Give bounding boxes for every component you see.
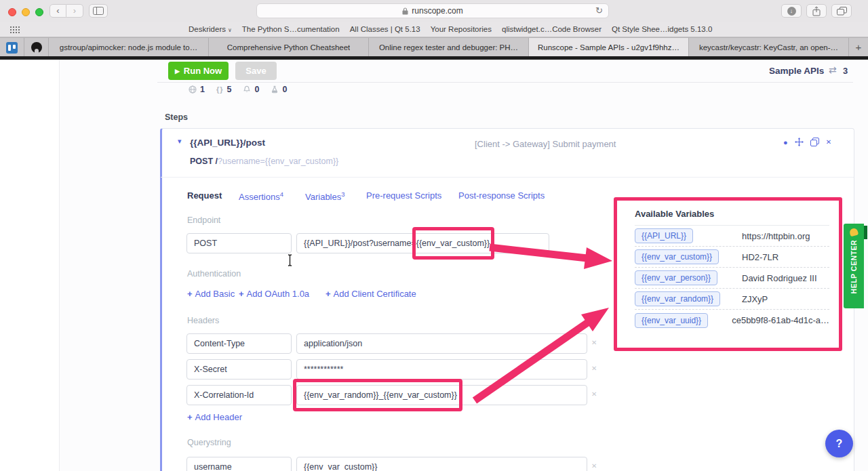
variable-row: {{env_var_custom}} HD2-7LR xyxy=(635,247,829,268)
plus-icon: + xyxy=(187,289,193,299)
header-key-input[interactable]: X-Secret xyxy=(186,359,292,380)
add-header-link[interactable]: +Add Header xyxy=(187,412,242,422)
step-annotation: [Client -> Gateway] Submit payment xyxy=(475,139,616,149)
environment-swap-icon[interactable]: ⇄ xyxy=(829,64,837,75)
header-key-input[interactable]: X-Correlation-Id xyxy=(186,385,292,405)
method-input[interactable]: POST xyxy=(186,233,292,253)
remove-header-icon[interactable]: ✕ xyxy=(591,339,597,346)
move-step-icon[interactable] xyxy=(795,138,804,146)
step-method-line: POST /?username={{env_var_custom}} xyxy=(190,157,338,166)
trello-icon xyxy=(6,42,18,54)
help-fab-button[interactable]: ? xyxy=(825,430,853,457)
available-variables-panel: Available Variables {{API_URL}} https://… xyxy=(614,197,842,351)
tab-assertions[interactable]: Assertions4 xyxy=(239,190,283,202)
globe-icon xyxy=(189,85,197,94)
stat-locations[interactable]: 1 xyxy=(189,85,205,94)
downloads-button[interactable]: ↓ xyxy=(781,4,802,18)
url-variable-text: {{env_var_custom}} xyxy=(416,239,490,248)
step-status-icon[interactable]: ● xyxy=(783,138,788,146)
tab-runscope-active[interactable]: Runscope - Sample APIs - u2gv1f9hhz… xyxy=(529,38,689,57)
remove-querystring-icon[interactable]: ✕ xyxy=(591,462,597,470)
header-value-input[interactable]: application/json xyxy=(296,333,587,354)
url-prefix-text: {{API_URL}}/post?username= xyxy=(304,239,416,248)
tab-apimocker[interactable]: gstroup/apimocker: node.js module to… xyxy=(49,38,209,57)
pinned-tab-github[interactable] xyxy=(24,38,49,57)
url-input[interactable]: {{API_URL}}/post?username={{env_var_cust… xyxy=(296,233,549,253)
tab-post-response-scripts[interactable]: Post-response Scripts xyxy=(458,190,545,201)
correlation-value-text: {{env_var_random}}_{{env_var_custom}} xyxy=(304,390,457,400)
endpoint-section-label: Endpoint xyxy=(187,216,220,225)
back-button[interactable]: ‹ xyxy=(50,4,66,18)
remove-header-icon[interactable]: ✕ xyxy=(591,390,597,398)
new-tab-button[interactable]: + xyxy=(849,38,868,56)
add-oauth-link[interactable]: +Add OAuth 1.0a xyxy=(239,289,309,299)
back-icon: ‹ xyxy=(56,5,59,17)
left-gutter xyxy=(0,60,60,471)
variable-pill-api-url[interactable]: {{API_URL}} xyxy=(635,228,693,243)
tab-pre-request-scripts[interactable]: Pre-request Scripts xyxy=(366,190,441,201)
delete-step-icon[interactable]: ✕ xyxy=(826,138,831,146)
nav-buttons: ‹ › xyxy=(50,4,83,18)
run-now-button[interactable]: ▶ Run Now xyxy=(168,62,229,80)
tab-overview-button[interactable] xyxy=(831,4,852,18)
bucket-name: Sample APIs xyxy=(769,66,824,76)
querystring-value-input[interactable]: {{env_var_custom}} xyxy=(296,457,587,471)
address-bar[interactable]: runscope.com ↻ xyxy=(256,3,609,18)
pinned-tab-trello[interactable] xyxy=(0,38,24,57)
sidebar-button[interactable] xyxy=(89,4,108,18)
window-close-button[interactable] xyxy=(8,8,16,16)
variable-row: {{env_var_person}} David Rodriguez III xyxy=(635,268,829,289)
remove-header-icon[interactable]: ✕ xyxy=(591,365,597,372)
variable-pill-env-var-custom[interactable]: {{env_var_custom}} xyxy=(635,249,719,264)
save-button[interactable]: Save xyxy=(235,62,277,80)
step-header-divider xyxy=(161,177,854,178)
browser-titlebar: ‹ › runscope.com ↻ ↓ xyxy=(0,0,868,22)
tab-label: Comprehensive Python Cheatsheet xyxy=(227,43,351,52)
tab-label: Runscope - Sample APIs - u2gv1f9hhz… xyxy=(538,43,679,52)
window-zoom-button[interactable] xyxy=(35,8,43,16)
help-center-tab[interactable]: HELP CENTER xyxy=(844,224,864,308)
bookmark-items: Deskriders∨ The Python S…cumentation All… xyxy=(189,22,712,37)
question-icon: ? xyxy=(836,438,843,450)
toolbar-divider xyxy=(157,82,853,83)
variable-row: {{env_var_uuid}} ce5bb9f8-61ab-4d1c-a… xyxy=(635,310,829,331)
step-title[interactable]: {{API_URL}}/post xyxy=(190,138,265,148)
tab-keycastr[interactable]: keycastr/keycastr: KeyCastr, an open-… xyxy=(689,38,849,57)
step-collapse-icon[interactable]: ▾ xyxy=(178,137,182,146)
header-value-input[interactable]: {{env_var_random}}_{{env_var_custom}} xyxy=(296,385,587,405)
bookmark-qt-classes[interactable]: All Classes | Qt 5.13 xyxy=(350,25,420,33)
stat-notifications[interactable]: 0 xyxy=(243,85,259,94)
stat-tests[interactable]: 0 xyxy=(271,85,287,94)
add-client-certificate-link[interactable]: +Add Client Certificate xyxy=(326,289,416,299)
tab-request[interactable]: Request xyxy=(187,190,222,201)
variable-value: https://httpbin.org xyxy=(742,231,810,241)
tab-regex-tester[interactable]: Online regex tester and debugger: PH… xyxy=(369,38,529,57)
bookmark-qt-stylesheets[interactable]: Qt Style Shee…idgets 5.13.0 xyxy=(612,25,712,33)
querystring-key-input[interactable]: username xyxy=(186,457,292,471)
add-basic-link[interactable]: +Add Basic xyxy=(187,289,235,299)
variable-pill-env-var-person[interactable]: {{env_var_person}} xyxy=(635,270,717,285)
github-icon xyxy=(31,42,42,53)
bookmark-deskriders[interactable]: Deskriders∨ xyxy=(189,25,232,33)
duplicate-step-icon[interactable] xyxy=(810,138,819,146)
variable-pill-env-var-random[interactable]: {{env_var_random}} xyxy=(635,291,720,306)
frequently-visited-grid-icon[interactable] xyxy=(10,26,12,28)
bookmark-python-docs[interactable]: The Python S…cumentation xyxy=(242,25,340,33)
forward-button[interactable]: › xyxy=(66,4,83,18)
chevron-down-icon: ∨ xyxy=(228,27,232,33)
share-button[interactable] xyxy=(806,4,827,18)
header-value-input[interactable]: ************ xyxy=(296,359,587,380)
header-key-input[interactable]: Content-Type xyxy=(186,333,292,354)
page-top-strip xyxy=(0,56,868,60)
stat-variables[interactable]: {} 5 xyxy=(216,85,232,94)
bookmark-repositories[interactable]: Your Repositories xyxy=(431,25,492,33)
environment-count: 3 xyxy=(843,66,848,76)
browser-window: ‹ › runscope.com ↻ ↓ Deskriders∨ The Pyt… xyxy=(0,0,868,471)
tab-python-cheatsheet[interactable]: Comprehensive Python Cheatsheet xyxy=(209,38,369,57)
variable-pill-env-var-uuid[interactable]: {{env_var_uuid}} xyxy=(635,313,708,328)
bookmark-qlistwidget[interactable]: qlistwidget.c…Code Browser xyxy=(502,25,601,33)
tab-variables[interactable]: Variables3 xyxy=(305,190,345,202)
bookmarks-bar: Deskriders∨ The Python S…cumentation All… xyxy=(0,22,868,37)
reload-icon[interactable]: ↻ xyxy=(595,5,603,16)
window-minimize-button[interactable] xyxy=(22,8,30,16)
